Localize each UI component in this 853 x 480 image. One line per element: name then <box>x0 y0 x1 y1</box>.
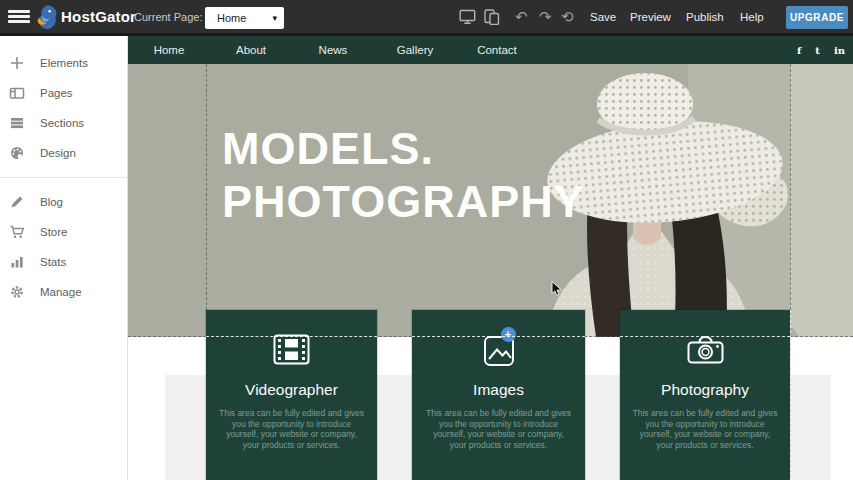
guide-line <box>206 64 207 310</box>
sidebar-item-design[interactable]: Design <box>0 138 127 168</box>
brand-name: HostGator <box>61 8 136 25</box>
social-links: f t in <box>797 36 845 64</box>
palette-icon <box>9 145 25 161</box>
card-body: This area can be fully edited and gives … <box>218 408 366 450</box>
site-nav-menu: Home About News Gallery Contact <box>128 36 538 64</box>
gear-icon <box>9 284 25 300</box>
preview-button[interactable]: Preview <box>630 11 671 23</box>
sidebar-item-label: Stats <box>40 256 66 268</box>
current-page-label: Current Page: <box>134 11 202 23</box>
sidebar-item-label: Design <box>40 147 76 159</box>
top-toolbar: HostGator Current Page: Home ▾ ↶ ↷ ⟲ Sav… <box>0 0 853 36</box>
card-body: This area can be fully edited and gives … <box>631 408 779 450</box>
card-videographer[interactable]: Videographer This area can be fully edit… <box>206 310 377 480</box>
image-plus-icon: + <box>412 334 585 370</box>
card-images[interactable]: + Images This area can be fully edited a… <box>412 310 585 480</box>
card-title: Videographer <box>206 381 377 399</box>
builder-window: HostGator Current Page: Home ▾ ↶ ↷ ⟲ Sav… <box>0 0 853 480</box>
hero-title[interactable]: MODELS. PHOTOGRAPHY <box>222 122 585 228</box>
save-button[interactable]: Save <box>590 11 616 23</box>
camera-icon <box>620 334 790 370</box>
facebook-icon[interactable]: f <box>797 45 801 56</box>
sidebar-item-label: Blog <box>40 196 63 208</box>
sections-icon <box>9 115 25 131</box>
cart-icon <box>9 224 25 240</box>
site-canvas: Home About News Gallery Contact f t in <box>128 36 853 480</box>
sidebar-divider <box>0 177 127 178</box>
nav-item-home[interactable]: Home <box>128 36 210 64</box>
film-icon <box>206 334 377 370</box>
sidebar-item-label: Pages <box>40 87 73 99</box>
card-title: Photography <box>620 381 790 399</box>
hero-section[interactable]: MODELS. PHOTOGRAPHY <box>128 64 853 337</box>
sidebar-item-stats[interactable]: Stats <box>0 247 127 277</box>
editor-sidebar: Elements Pages Sections Design <box>0 36 128 480</box>
upgrade-button[interactable]: UPGRADE <box>786 6 848 29</box>
sidebar-item-blog[interactable]: Blog <box>0 187 127 217</box>
hamburger-icon[interactable] <box>8 10 30 24</box>
twitter-icon[interactable]: t <box>815 45 820 56</box>
page-select-dropdown[interactable]: Home ▾ <box>205 7 284 29</box>
undo-icon[interactable]: ↶ <box>515 7 528 27</box>
sidebar-item-label: Elements <box>40 57 88 69</box>
sidebar-item-label: Manage <box>40 286 82 298</box>
help-button[interactable]: Help <box>740 11 764 23</box>
plus-icon <box>9 55 25 71</box>
guide-line <box>790 310 791 480</box>
guide-line <box>790 64 791 310</box>
site-nav-bar: Home About News Gallery Contact f t in <box>128 36 853 64</box>
desktop-preview-icon[interactable] <box>459 9 476 29</box>
chevron-down-icon: ▾ <box>272 7 277 29</box>
nav-item-about[interactable]: About <box>210 36 292 64</box>
nav-item-contact[interactable]: Contact <box>456 36 538 64</box>
nav-item-news[interactable]: News <box>292 36 374 64</box>
nav-item-gallery[interactable]: Gallery <box>374 36 456 64</box>
card-photography[interactable]: Photography This area can be fully edite… <box>620 310 790 480</box>
sidebar-item-store[interactable]: Store <box>0 217 127 247</box>
card-title: Images <box>412 381 585 399</box>
page-select-value: Home <box>217 12 246 24</box>
card-body: This area can be fully edited and gives … <box>425 408 573 450</box>
pages-icon <box>9 85 25 101</box>
pencil-icon <box>9 194 25 210</box>
sidebar-item-elements[interactable]: Elements <box>0 48 127 78</box>
hero-title-line2: PHOTOGRAPHY <box>222 175 585 228</box>
mobile-preview-icon[interactable] <box>483 9 500 29</box>
add-image-badge[interactable]: + <box>501 327 516 342</box>
hero-title-line1: MODELS. <box>222 122 585 175</box>
sidebar-item-pages[interactable]: Pages <box>0 78 127 108</box>
linkedin-icon[interactable]: in <box>834 45 845 56</box>
publish-button[interactable]: Publish <box>686 11 724 23</box>
history-icon[interactable]: ⟲ <box>561 7 574 27</box>
stats-icon <box>9 254 25 270</box>
sidebar-item-manage[interactable]: Manage <box>0 277 127 307</box>
hostgator-logo-icon <box>36 4 59 35</box>
sidebar-item-label: Store <box>40 226 68 238</box>
sidebar-item-label: Sections <box>40 117 84 129</box>
sidebar-item-sections[interactable]: Sections <box>0 108 127 138</box>
redo-icon[interactable]: ↷ <box>539 7 552 27</box>
